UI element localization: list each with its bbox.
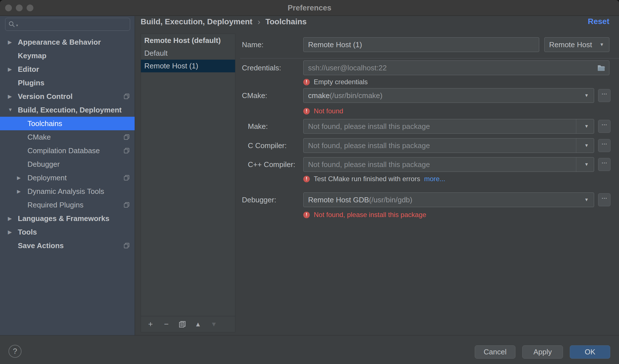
toolchain-item-default[interactable]: Default [141,47,235,60]
add-icon[interactable]: + [147,320,154,329]
window-title: Preferences [0,0,619,16]
cmake-browse-button[interactable]: ... [598,89,611,102]
debugger-error-text: Not found, please install this package [314,211,426,219]
search-icon [8,21,16,28]
toolchain-item-remote-host-1[interactable]: Remote Host (1) [141,60,235,72]
toolchains-list-panel: Remote Host (default) Default Remote Hos… [141,34,235,332]
per-project-icon [124,94,130,99]
per-project-icon [124,134,130,140]
cpp-compiler-combo[interactable]: Not found, please install this package ▼ [303,157,594,172]
cmake-label: CMake: [242,88,267,103]
breadcrumb-current: Toolchains [265,17,307,26]
error-icon: ! [303,212,310,218]
reset-link[interactable]: Reset [588,17,609,26]
debugger-error: ! Not found, please install this package [303,211,426,219]
c-compiler-combo[interactable]: Not found, please install this package ▼ [303,138,594,153]
sidebar-item-label: CMake [27,133,51,142]
minimize-button[interactable] [16,5,23,11]
footer-bar: ? Cancel Apply OK [0,335,619,364]
sidebar-item-tools[interactable]: ▶ Tools [0,225,135,239]
cmake-run-error-text: Test CMake run finished with errors [314,175,420,183]
dropdown-arrow-icon: ▼ [584,197,589,202]
search-box[interactable]: ▾ [5,18,130,31]
breadcrumb: Build, Execution, Deployment › Toolchain… [141,17,307,27]
chevron-right-icon: ▶ [8,66,12,72]
dropdown-arrow-icon: ▼ [584,162,589,167]
debugger-combo[interactable]: Remote Host GDB (/usr/bin/gdb) ▼ [303,192,594,207]
c-compiler-browse-button[interactable]: ... [598,139,611,152]
sidebar-item-compilation-database[interactable]: Compilation Database [0,144,135,157]
traffic-lights [5,5,33,11]
sidebar-item-appearance-behavior[interactable]: ▶ Appearance & Behavior [0,35,135,49]
apply-button[interactable]: Apply [522,345,563,359]
sidebar-item-deployment[interactable]: ▶ Deployment [0,171,135,185]
sidebar-item-toolchains[interactable]: Toolchains [0,117,135,130]
credentials-error: ! Empty credentials [303,78,368,86]
sidebar-item-languages-frameworks[interactable]: ▶ Languages & Frameworks [0,212,135,225]
breadcrumb-parent[interactable]: Build, Execution, Deployment [141,17,252,26]
copy-icon[interactable] [178,321,186,328]
breadcrumb-separator-icon: › [257,17,260,27]
sidebar-item-label: Required Plugins [27,201,83,209]
dropdown-arrow-icon: ▼ [584,124,589,129]
credentials-input[interactable] [303,60,609,75]
cmake-value: cmake [308,91,330,100]
chevron-right-icon: ▶ [8,94,12,99]
help-button[interactable]: ? [8,345,22,358]
toolchain-type-combo[interactable]: Remote Host ▼ [544,37,609,52]
cancel-button[interactable]: Cancel [475,345,515,359]
remove-icon[interactable]: − [162,320,170,329]
ok-button[interactable]: OK [570,345,610,359]
sidebar-item-build-execution-deployment[interactable]: ▼ Build, Execution, Deployment [0,103,135,117]
combo-divider [576,119,576,133]
sidebar-item-keymap[interactable]: Keymap [0,49,135,62]
error-icon: ! [303,176,310,182]
move-down-icon[interactable]: ▼ [210,320,218,328]
cmake-run-error: ! Test CMake run finished with errors mo… [303,175,445,183]
search-input[interactable] [19,20,127,29]
sidebar-item-required-plugins[interactable]: Required Plugins [0,198,135,212]
title-bar: Preferences [0,0,619,16]
make-label: Make: [248,119,268,134]
name-label: Name: [242,37,264,52]
per-project-icon [124,202,130,208]
sidebar-item-label: Debugger [27,160,60,169]
sidebar-item-cmake[interactable]: CMake [0,130,135,144]
dropdown-arrow-icon: ▼ [599,42,604,47]
make-browse-button[interactable]: ... [598,120,611,133]
sidebar-item-version-control[interactable]: ▶ Version Control [0,90,135,103]
move-up-icon[interactable]: ▲ [194,320,202,328]
error-icon: ! [303,108,310,114]
sidebar-item-dynamic-analysis-tools[interactable]: ▶ Dynamic Analysis Tools [0,185,135,198]
cmake-error-text: Not found [314,107,343,115]
preferences-window: Preferences ▾ ▶ Appearance & Behavior Ke… [0,0,619,364]
sidebar-item-plugins[interactable]: Plugins [0,76,135,90]
sidebar-item-debugger[interactable]: Debugger [0,157,135,171]
toolchain-item-default-host[interactable]: Remote Host (default) [141,34,235,47]
sidebar-item-save-actions[interactable]: Save Actions [0,239,135,252]
chevron-right-icon: ▶ [8,216,12,222]
cmake-combo[interactable]: cmake (/usr/bin/cmake) ▼ [303,88,594,103]
sidebar-item-editor[interactable]: ▶ Editor [0,62,135,76]
debugger-path: (/usr/bin/gdb) [369,196,412,204]
zoom-button[interactable] [27,5,33,11]
close-button[interactable] [5,5,12,11]
more-link[interactable]: more... [424,175,445,183]
name-input[interactable] [303,37,539,52]
error-icon: ! [303,79,310,85]
credentials-error-text: Empty credentials [314,78,368,86]
sidebar-item-label: Build, Execution, Deployment [18,106,122,114]
toolchain-type-value: Remote Host [549,40,592,49]
c-compiler-label: C Compiler: [248,138,287,153]
cpp-compiler-browse-button[interactable]: ... [598,158,611,171]
sidebar-item-label: Languages & Frameworks [18,214,109,223]
credentials-field-wrap [303,60,609,75]
debugger-browse-button[interactable]: ... [598,193,611,206]
make-combo[interactable]: Not found, please install this package ▼ [303,119,594,134]
sidebar-item-label: Toolchains [27,119,62,128]
cpp-compiler-placeholder: Not found, please install this package [308,160,430,169]
chevron-right-icon: ▶ [8,229,12,235]
folder-browse-icon[interactable] [597,64,605,72]
sidebar-item-label: Save Actions [18,241,64,250]
per-project-icon [124,148,130,154]
